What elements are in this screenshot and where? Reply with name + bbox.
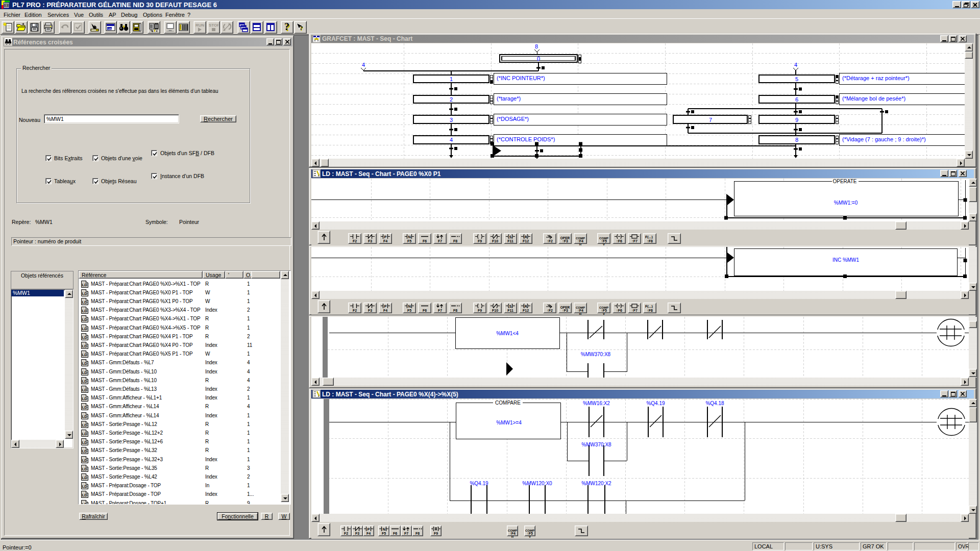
- svg-text:LD: LD: [82, 440, 88, 445]
- svg-text:%MW1>=4: %MW1>=4: [496, 420, 522, 425]
- svg-text:(*Détarage + raz pointeur*): (*Détarage + raz pointeur*): [842, 75, 910, 81]
- svg-text:STOP: STOP: [209, 23, 218, 28]
- svg-text:LD: LD: [82, 484, 88, 489]
- svg-text:%Q4.19: %Q4.19: [470, 481, 488, 486]
- svg-text:P: P: [368, 527, 370, 532]
- svg-text:LD: LD: [82, 396, 88, 401]
- svg-text:%Q4.18: %Q4.18: [705, 400, 724, 406]
- svg-text:LD: LD: [82, 353, 88, 357]
- svg-text:F(...): F(...): [645, 235, 653, 239]
- svg-text:0: 0: [537, 56, 540, 62]
- svg-text:LD: LD: [82, 361, 88, 366]
- svg-text:LD: LD: [82, 344, 88, 348]
- svg-text:%MW370:X8: %MW370:X8: [581, 352, 611, 357]
- svg-text:S: S: [509, 235, 512, 239]
- svg-text:LD: LD: [82, 370, 88, 375]
- svg-text:LD: LD: [82, 283, 88, 287]
- svg-text:OPERATE: OPERATE: [832, 179, 856, 184]
- svg-text:%Q4.19: %Q4.19: [646, 400, 665, 406]
- svg-text:F(...): F(...): [645, 305, 653, 309]
- svg-text:P: P: [384, 235, 387, 239]
- svg-text:5: 5: [795, 76, 798, 82]
- svg-text:(*Mélange bol de pesée*): (*Mélange bol de pesée*): [842, 95, 905, 102]
- svg-text:LD: LD: [82, 423, 88, 428]
- svg-text:7: 7: [709, 117, 712, 123]
- svg-text:1: 1: [450, 76, 453, 82]
- svg-text:HM: HM: [108, 28, 112, 31]
- svg-text:8: 8: [535, 43, 538, 49]
- svg-text:4: 4: [794, 62, 797, 68]
- svg-text:8: 8: [795, 137, 798, 143]
- svg-text:LD: LD: [82, 291, 88, 296]
- svg-text:(*tarage*): (*tarage*): [497, 95, 521, 102]
- svg-text:LD: LD: [82, 475, 88, 480]
- svg-text:RUN: RUN: [195, 23, 205, 28]
- svg-text:R: R: [525, 235, 528, 239]
- svg-text:%MW1:=0: %MW1:=0: [834, 200, 858, 206]
- svg-text:?: ?: [300, 24, 303, 32]
- svg-text:LD: LD: [82, 379, 88, 384]
- svg-text:LD: LD: [82, 388, 88, 392]
- svg-text:S: S: [509, 304, 512, 309]
- svg-text:N: N: [408, 235, 411, 239]
- svg-text:2: 2: [450, 96, 453, 103]
- svg-text:LD: LD: [82, 493, 88, 497]
- svg-text:9: 9: [795, 117, 798, 123]
- svg-text:LD: LD: [82, 300, 88, 305]
- svg-text:%MW370:X8: %MW370:X8: [581, 442, 611, 447]
- svg-text:(*CONTROLE POIDS*): (*CONTROLE POIDS*): [497, 136, 555, 142]
- svg-text:LD: LD: [82, 458, 88, 463]
- svg-text:LD: LD: [82, 309, 88, 313]
- svg-text:LD: LD: [82, 335, 88, 340]
- svg-text:N: N: [383, 527, 385, 532]
- svg-text:(*INC POINTEUR*): (*INC POINTEUR*): [497, 75, 545, 81]
- svg-text:(*DOSAGE*): (*DOSAGE*): [497, 116, 529, 122]
- svg-text:R: R: [525, 304, 528, 309]
- svg-text:N: N: [408, 304, 411, 309]
- svg-text:LD: LD: [82, 405, 88, 410]
- svg-text:INC %MW1: INC %MW1: [832, 257, 860, 263]
- svg-text:4: 4: [450, 137, 453, 143]
- svg-text:%MW16:X2: %MW16:X2: [583, 400, 610, 406]
- svg-text:%MW1<4: %MW1<4: [496, 331, 519, 336]
- svg-text:LD: LD: [82, 327, 88, 331]
- svg-text:COMPARE: COMPARE: [495, 400, 521, 406]
- svg-text:LD: LD: [82, 414, 88, 419]
- svg-text:4: 4: [362, 62, 365, 68]
- svg-text:P: P: [384, 304, 387, 309]
- svg-text:LD: LD: [82, 432, 88, 436]
- svg-text:6: 6: [795, 96, 798, 103]
- svg-text:LD: LD: [82, 449, 88, 454]
- svg-text:3: 3: [450, 117, 453, 123]
- svg-text:%MW120:X0: %MW120:X0: [522, 481, 552, 486]
- svg-text:LD: LD: [82, 467, 88, 471]
- svg-text:%MW120:X2: %MW120:X2: [581, 481, 611, 486]
- svg-text:LD: LD: [82, 502, 88, 505]
- svg-text:LD: LD: [82, 317, 88, 322]
- svg-text:(*Vidage (7 : gauche ; 9 : dro: (*Vidage (7 : gauche ; 9 : droite)*): [842, 136, 926, 142]
- svg-text:?: ?: [284, 22, 289, 32]
